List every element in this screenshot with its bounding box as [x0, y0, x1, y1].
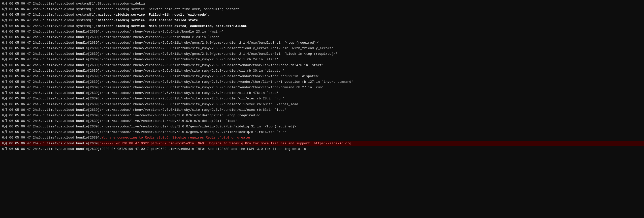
log-message: /home/mastodon/.rbenv/versions/2.6.6/lib… — [102, 85, 642, 90]
log-message: /home/mastodon/live/vendor/bundle/ruby/2… — [102, 119, 642, 124]
log-line: 6月 06 05:06:47 2ha5.c.time4vps.cloud bun… — [0, 118, 644, 124]
log-prefix: 6月 06 05:06:47 2ha5.c.time4vps.cloud bun… — [2, 119, 102, 124]
log-line: 6月 06 05:06:47 2ha5.c.time4vps.cloud bun… — [0, 79, 644, 85]
log-message: /home/mastodon/.rbenv/versions/2.6.6/lib… — [102, 79, 642, 85]
log-message: Stopped mastodon-sidekiq. — [98, 1, 642, 6]
log-prefix: 6月 06 05:06:47 2ha5.c.time4vps.cloud bun… — [2, 91, 102, 96]
log-message: /home/mastodon/.rbenv/versions/2.6.6/lib… — [102, 63, 642, 68]
log-message: /home/mastodon/.rbenv/versions/2.6.6/bin… — [102, 35, 642, 40]
log-prefix: 6月 06 05:06:47 2ha5.c.time4vps.cloud bun… — [2, 85, 102, 90]
log-message: /home/mastodon/.rbenv/versions/2.6.6/lib… — [102, 68, 642, 73]
log-message: 2020-06-05T20:06:47.0022 pid=2639 tid=0v… — [102, 141, 642, 146]
log-prefix: 6月 06 05:06:47 2ha5.c.time4vps.cloud sys… — [2, 18, 98, 23]
log-line: 6月 06 05:06:47 2ha5.c.time4vps.cloud sys… — [0, 18, 644, 23]
log-prefix: 6月 06 05:06:47 2ha5.c.time4vps.cloud bun… — [2, 46, 102, 51]
log-line: 6月 06 05:06:47 2ha5.c.time4vps.cloud sys… — [0, 7, 644, 12]
log-prefix: 6月 06 05:06:47 2ha5.c.time4vps.cloud bun… — [2, 63, 102, 68]
log-message: 2020-06-05T20:06:47.001Z pid=2639 tid=ov… — [102, 147, 642, 152]
log-line: 6月 06 05:06:47 2ha5.c.time4vps.cloud bun… — [0, 90, 644, 96]
log-prefix: 6月 06 05:06:47 2ha5.c.time4vps.cloud bun… — [2, 68, 102, 73]
log-line: 6月 06 05:06:47 2ha5.c.time4vps.cloud bun… — [0, 46, 644, 51]
log-line: 6月 06 05:06:47 2ha5.c.time4vps.cloud bun… — [0, 135, 644, 141]
log-message: /home/mastodon/.rbenv/versions/2.6.6/lib… — [102, 40, 642, 45]
log-message: /home/mastodon/.rbenv/versions/2.6.6/lib… — [102, 96, 642, 101]
log-line: 6月 06 05:06:47 2ha5.c.time4vps.cloud bun… — [0, 51, 644, 57]
log-line: 6月 06 05:06:47 2ha5.c.time4vps.cloud bun… — [0, 57, 644, 62]
log-prefix: 6月 06 05:06:47 2ha5.c.time4vps.cloud bun… — [2, 107, 102, 113]
log-message: /home/mastodon/.rbenv/versions/2.6.6/lib… — [102, 74, 642, 79]
log-line: 6月 06 05:06:47 2ha5.c.time4vps.cloud bun… — [0, 74, 644, 79]
log-message: mastodon-sidekiq.service: Unit entered f… — [98, 18, 642, 23]
log-line: 6月 06 05:06:47 2ha5.c.time4vps.cloud bun… — [0, 102, 644, 107]
log-message: mastodon-sidekiq.service: Failed with re… — [98, 12, 642, 17]
log-message: /home/mastodon/.rbenv/versions/2.6.6/lib… — [102, 91, 642, 96]
log-message: /home/mastodon/.rbenv/versions/2.6.6/lib… — [102, 57, 642, 62]
log-prefix: 6月 06 05:06:47 2ha5.c.time4vps.cloud bun… — [2, 113, 102, 118]
log-line: 6月 06 05:06:47 2ha5.c.time4vps.cloud bun… — [0, 141, 644, 146]
log-message: /home/mastodon/.rbenv/versions/2.6.6/lib… — [102, 107, 642, 113]
log-prefix: 6月 06 05:06:47 2ha5.c.time4vps.cloud sys… — [2, 1, 98, 6]
log-prefix: 6月 06 05:06:47 2ha5.c.time4vps.cloud bun… — [2, 96, 102, 101]
log-message: /home/mastodon/live/vendor/bundle/ruby/2… — [102, 113, 642, 118]
log-prefix: 6月 06 05:06:47 2ha5.c.time4vps.cloud bun… — [2, 147, 102, 152]
log-line: 6月 06 05:06:47 2ha5.c.time4vps.cloud bun… — [0, 146, 644, 152]
log-prefix: 6月 06 05:06:47 2ha5.c.time4vps.cloud sys… — [2, 7, 98, 12]
log-message: /home/mastodon/live/vendor/bundle/ruby/2… — [102, 124, 642, 129]
log-message: mastodon-sidekiq.service: Service hold-o… — [98, 7, 642, 12]
log-message: /home/mastodon/.rbenv/versions/2.6.6/lib… — [102, 51, 642, 57]
log-line: 6月 06 05:06:47 2ha5.c.time4vps.cloud bun… — [0, 85, 644, 90]
log-line: 6月 06 05:06:47 2ha5.c.time4vps.cloud bun… — [0, 29, 644, 35]
log-line: 6月 06 05:06:47 2ha5.c.time4vps.cloud sys… — [0, 23, 644, 29]
log-line: 6月 06 05:06:47 2ha5.c.time4vps.cloud bun… — [0, 35, 644, 40]
log-line: 6月 06 05:06:47 2ha5.c.time4vps.cloud bun… — [0, 96, 644, 101]
log-line: 6月 06 05:06:47 2ha5.c.time4vps.cloud bun… — [0, 113, 644, 118]
log-prefix: 6月 06 05:06:47 2ha5.c.time4vps.cloud bun… — [2, 102, 102, 107]
log-message: /home/mastodon/.rbenv/versions/2.6.6/lib… — [102, 46, 642, 51]
log-prefix: 6月 06 05:06:47 2ha5.c.time4vps.cloud bun… — [2, 57, 102, 62]
log-line: 6月 06 05:06:47 2ha5.c.time4vps.cloud sys… — [0, 1, 644, 7]
log-prefix: 6月 06 05:06:47 2ha5.c.time4vps.cloud bun… — [2, 79, 102, 85]
log-message: mastodon-sidekiq.service: Main process e… — [98, 24, 642, 29]
log-prefix: 6月 06 05:06:47 2ha5.c.time4vps.cloud sys… — [2, 24, 98, 29]
log-prefix: 6月 06 05:06:47 2ha5.c.time4vps.cloud sys… — [2, 12, 98, 17]
log-prefix: 6月 06 05:06:47 2ha5.c.time4vps.cloud bun… — [2, 135, 102, 140]
log-line: 6月 06 05:06:47 2ha5.c.time4vps.cloud bun… — [0, 40, 644, 46]
terminal-output: 6月 06 05:06:47 2ha5.c.time4vps.cloud sys… — [0, 0, 644, 218]
log-message: /home/mastodon/.rbenv/versions/2.6.6/lib… — [102, 102, 642, 107]
log-message: You are connecting to Redis v3.0.6, Side… — [102, 135, 642, 140]
log-line: 6月 06 05:06:47 2ha5.c.time4vps.cloud bun… — [0, 124, 644, 129]
log-prefix: 6月 06 05:06:47 2ha5.c.time4vps.cloud bun… — [2, 40, 102, 45]
log-line: 6月 06 05:06:47 2ha5.c.time4vps.cloud bun… — [0, 68, 644, 74]
log-prefix: 6月 06 05:06:47 2ha5.c.time4vps.cloud bun… — [2, 35, 102, 40]
log-message: /home/mastodon/live/vendor/bundle/ruby/2… — [102, 130, 642, 135]
log-line: 6月 06 05:06:47 2ha5.c.time4vps.cloud bun… — [0, 107, 644, 113]
log-prefix: 6月 06 05:06:47 2ha5.c.time4vps.cloud bun… — [2, 51, 102, 57]
log-prefix: 6月 06 05:06:47 2ha5.c.time4vps.cloud bun… — [2, 130, 102, 135]
log-line: 6月 06 05:06:47 2ha5.c.time4vps.cloud sys… — [0, 12, 644, 18]
log-line: 6月 06 05:06:47 2ha5.c.time4vps.cloud bun… — [0, 129, 644, 135]
log-prefix: 6月 06 05:06:47 2ha5.c.time4vps.cloud bun… — [2, 74, 102, 79]
log-prefix: 6月 06 05:06:47 2ha5.c.time4vps.cloud bun… — [2, 124, 102, 129]
log-prefix: 6月 06 05:06:47 2ha5.c.time4vps.cloud bun… — [2, 141, 102, 146]
log-message: /home/mastodon/.rbenv/versions/2.6.6/bin… — [102, 29, 642, 34]
log-line: 6月 06 05:06:47 2ha5.c.time4vps.cloud bun… — [0, 63, 644, 68]
log-prefix: 6月 06 05:06:47 2ha5.c.time4vps.cloud bun… — [2, 29, 102, 34]
